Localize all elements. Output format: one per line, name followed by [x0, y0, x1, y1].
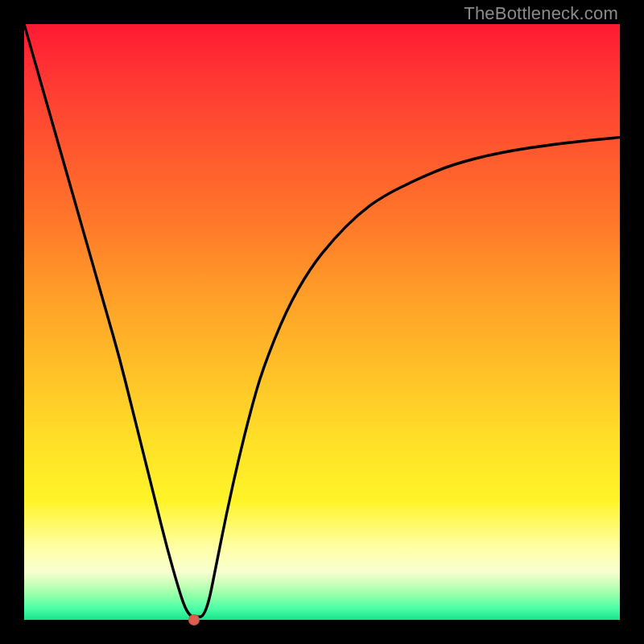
chart-frame: TheBottleneck.com	[0, 0, 644, 644]
watermark-text: TheBottleneck.com	[464, 3, 618, 24]
plot-area	[24, 24, 620, 620]
curve-path	[24, 24, 620, 617]
minimum-marker	[188, 614, 200, 625]
bottleneck-curve	[24, 24, 620, 620]
